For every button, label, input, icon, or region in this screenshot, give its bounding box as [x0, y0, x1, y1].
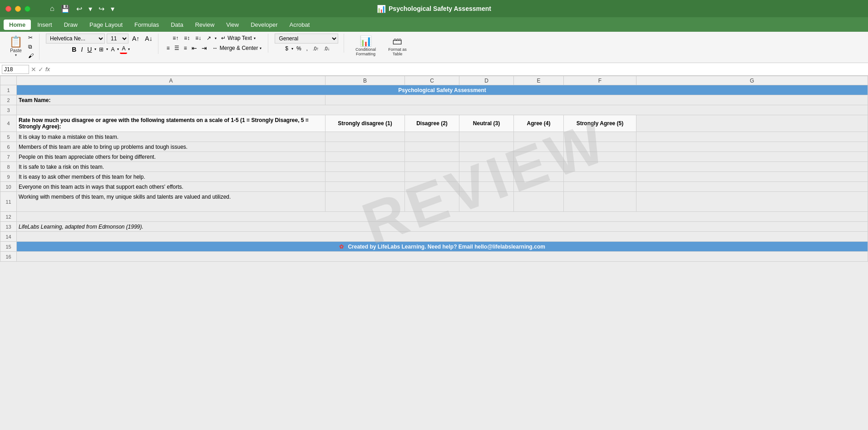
cell-g8[interactable]: [636, 162, 868, 172]
cell-c8[interactable]: [405, 162, 459, 172]
currency-dropdown[interactable]: ▾: [291, 47, 293, 51]
cell-g10[interactable]: [636, 182, 868, 192]
col-header-G[interactable]: G: [636, 76, 868, 85]
cancel-icon[interactable]: ✕: [31, 66, 36, 73]
cell-c6[interactable]: [405, 142, 459, 152]
conditional-formatting-button[interactable]: 📊 Conditional Formatting: [350, 34, 380, 58]
menu-acrobat[interactable]: Acrobat: [284, 20, 316, 30]
cell-f5[interactable]: [564, 132, 636, 142]
title-cell[interactable]: Psychological Safety Assessment: [17, 85, 868, 95]
border-dropdown[interactable]: ▾: [106, 47, 108, 51]
question-5[interactable]: It is okay to make a mistake on this tea…: [17, 132, 326, 142]
cell-d7[interactable]: [459, 152, 514, 162]
border-button[interactable]: ⊞: [97, 45, 105, 54]
underline-button[interactable]: U: [85, 45, 94, 54]
cell-e8[interactable]: [514, 162, 564, 172]
bold-button[interactable]: B: [70, 45, 78, 54]
cell-g7[interactable]: [636, 152, 868, 162]
col-f-header[interactable]: Strongly Agree (5): [564, 115, 636, 132]
cell-c10[interactable]: [405, 182, 459, 192]
empty-cell-16[interactable]: [17, 252, 868, 262]
align-middle-button[interactable]: ≡↕: [182, 34, 192, 42]
question-10[interactable]: Everyone on this team acts in ways that …: [17, 182, 326, 192]
cell-c5[interactable]: [405, 132, 459, 142]
col-g-row4[interactable]: [636, 115, 868, 132]
cell-c9[interactable]: [405, 172, 459, 182]
question-9[interactable]: It is easy to ask other members of this …: [17, 172, 326, 182]
format-painter-button[interactable]: 🖌: [26, 52, 35, 60]
font-family-select[interactable]: Helvetica Ne...: [46, 34, 105, 44]
align-left-button[interactable]: ≡: [165, 44, 172, 52]
decrease-font-button[interactable]: A↓: [143, 34, 154, 43]
menu-draw[interactable]: Draw: [59, 20, 83, 30]
decrease-decimal-button[interactable]: .0↓: [322, 45, 331, 52]
align-top-button[interactable]: ≡↑: [171, 34, 180, 42]
increase-indent-button[interactable]: ⇥: [200, 44, 209, 53]
cell-d11[interactable]: [459, 192, 514, 212]
format-as-table-button[interactable]: 🗃 Format as Table: [382, 34, 412, 58]
cell-f8[interactable]: [564, 162, 636, 172]
formula-input[interactable]: [52, 66, 866, 73]
undo-dropdown-icon[interactable]: ▾: [89, 5, 92, 13]
paste-dropdown-icon[interactable]: ▾: [15, 53, 17, 57]
cell-e5[interactable]: [514, 132, 564, 142]
cell-b6[interactable]: [326, 142, 405, 152]
cell-c7[interactable]: [405, 152, 459, 162]
empty-cell-12[interactable]: [17, 212, 868, 222]
percent-button[interactable]: %: [295, 44, 303, 53]
align-right-button[interactable]: ≡: [182, 44, 189, 52]
cell-c11[interactable]: [405, 192, 459, 212]
cell-e6[interactable]: [514, 142, 564, 152]
question-6[interactable]: Members of this team are able to bring u…: [17, 142, 326, 152]
menu-formulas[interactable]: Formulas: [129, 20, 164, 30]
menu-insert[interactable]: Insert: [32, 20, 58, 30]
menu-developer[interactable]: Developer: [245, 20, 283, 30]
fill-color-button[interactable]: A: [109, 45, 116, 54]
cell-b11[interactable]: [326, 192, 405, 212]
save-icon[interactable]: 💾: [61, 5, 70, 13]
menu-page-layout[interactable]: Page Layout: [84, 20, 128, 30]
cell-d9[interactable]: [459, 172, 514, 182]
col-c-header[interactable]: Disagree (2): [405, 115, 459, 132]
orientation-dropdown[interactable]: ▾: [215, 36, 217, 40]
cell-f11[interactable]: [564, 192, 636, 212]
cell-g6[interactable]: [636, 142, 868, 152]
maximize-button[interactable]: [25, 6, 30, 12]
wrap-dropdown-icon[interactable]: ▾: [254, 36, 256, 40]
cell-reference-input[interactable]: [2, 65, 29, 74]
citation-cell[interactable]: LifeLabs Learning, adapted from Edmonson…: [17, 222, 868, 232]
customize-icon[interactable]: ▾: [111, 5, 114, 13]
cell-g9[interactable]: [636, 172, 868, 182]
team-name-cell[interactable]: Team Name:: [17, 95, 326, 105]
align-center-button[interactable]: ☰: [173, 44, 181, 52]
cell-e11[interactable]: [514, 192, 564, 212]
home-icon[interactable]: ⌂: [50, 5, 54, 13]
cell-g5[interactable]: [636, 132, 868, 142]
wrap-text-button[interactable]: ↵ Wrap Text ▾: [218, 34, 258, 43]
cell-b9[interactable]: [326, 172, 405, 182]
cell-b8[interactable]: [326, 162, 405, 172]
col-header-D[interactable]: D: [459, 76, 514, 85]
cell-e10[interactable]: [514, 182, 564, 192]
font-size-select[interactable]: 11: [107, 34, 128, 44]
decrease-indent-button[interactable]: ⇤: [190, 44, 199, 53]
question-11[interactable]: Working with members of this team, my un…: [17, 192, 326, 212]
team-name-value-cell[interactable]: [326, 95, 868, 105]
currency-button[interactable]: $: [283, 44, 290, 53]
comma-button[interactable]: ,: [305, 44, 310, 53]
cell-g11[interactable]: [636, 192, 868, 212]
paste-button[interactable]: 📋 Paste ▾: [7, 34, 25, 59]
cell-b5[interactable]: [326, 132, 405, 142]
undo-icon[interactable]: ↩: [76, 5, 82, 13]
close-button[interactable]: [5, 6, 11, 12]
font-color-dropdown[interactable]: ▾: [128, 47, 130, 51]
align-bottom-button[interactable]: ≡↓: [193, 34, 203, 42]
cell-d6[interactable]: [459, 142, 514, 152]
number-format-select[interactable]: General: [275, 34, 338, 44]
col-b-header[interactable]: Strongly disagree (1): [326, 115, 405, 132]
menu-view[interactable]: View: [221, 20, 244, 30]
increase-font-button[interactable]: A↑: [130, 34, 141, 43]
cell-d5[interactable]: [459, 132, 514, 142]
merge-dropdown-icon[interactable]: ▾: [260, 46, 261, 50]
underline-dropdown[interactable]: ▾: [94, 47, 96, 51]
